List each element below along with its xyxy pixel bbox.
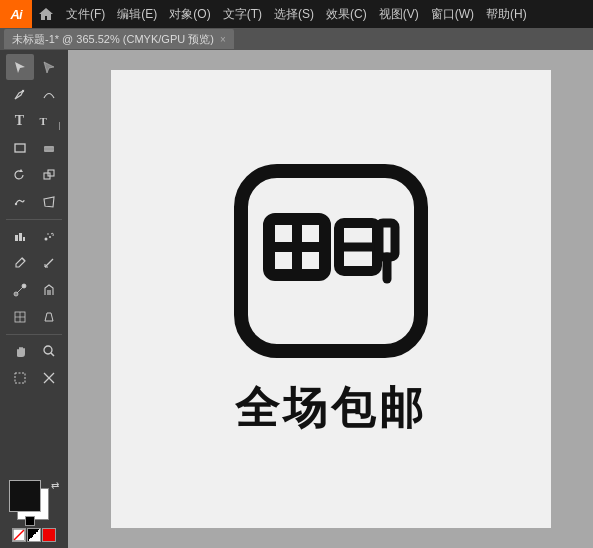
menu-item[interactable]: 对象(O) bbox=[163, 0, 216, 28]
measure-tool[interactable] bbox=[35, 250, 63, 276]
touch-type-tool[interactable]: T | bbox=[35, 108, 63, 134]
eraser-tool[interactable] bbox=[35, 135, 63, 161]
scale-tool[interactable] bbox=[35, 162, 63, 188]
tool-row-12 bbox=[6, 365, 63, 391]
svg-rect-10 bbox=[19, 233, 22, 241]
svg-marker-8 bbox=[44, 197, 54, 207]
default-colors-icon[interactable] bbox=[25, 516, 35, 526]
tool-row-4 bbox=[6, 135, 63, 161]
icon-label: 全场包邮 bbox=[235, 379, 427, 438]
svg-rect-9 bbox=[15, 235, 18, 241]
none-fill-swatch[interactable] bbox=[12, 528, 26, 542]
eyedropper-tool[interactable] bbox=[6, 250, 34, 276]
svg-rect-11 bbox=[23, 237, 25, 241]
home-icon-btn[interactable] bbox=[32, 0, 60, 28]
tool-row-7 bbox=[6, 223, 63, 249]
rectangle-tool[interactable] bbox=[6, 135, 34, 161]
menu-item[interactable]: 效果(C) bbox=[320, 0, 373, 28]
swatch-stack: ⇄ bbox=[9, 480, 59, 526]
menu-item[interactable]: 文字(T) bbox=[217, 0, 268, 28]
slice-tool[interactable] bbox=[35, 365, 63, 391]
tool-row-8 bbox=[6, 250, 63, 276]
tab-label: 未标题-1* @ 365.52% (CMYK/GPU 预览) bbox=[12, 32, 214, 47]
svg-rect-28 bbox=[15, 373, 25, 383]
black-swatch[interactable] bbox=[27, 528, 41, 542]
perspective-tool[interactable] bbox=[35, 304, 63, 330]
tool-row-9 bbox=[6, 277, 63, 303]
zoom-tool[interactable] bbox=[35, 338, 63, 364]
tool-row-10 bbox=[6, 304, 63, 330]
color-swatches: ⇄ bbox=[9, 480, 59, 548]
tab-close-button[interactable]: × bbox=[220, 34, 226, 45]
mesh-tool[interactable] bbox=[6, 304, 34, 330]
swap-colors-icon[interactable]: ⇄ bbox=[51, 480, 59, 491]
tool-row-6 bbox=[6, 189, 63, 215]
menu-bar: 文件(F)编辑(E)对象(O)文字(T)选择(S)效果(C)视图(V)窗口(W)… bbox=[60, 0, 593, 28]
svg-point-7 bbox=[14, 203, 16, 205]
svg-point-26 bbox=[44, 346, 52, 354]
menu-item[interactable]: 视图(V) bbox=[373, 0, 425, 28]
type-tool[interactable]: T bbox=[6, 108, 34, 134]
artboard-tool[interactable] bbox=[6, 365, 34, 391]
tool-row-11 bbox=[6, 338, 63, 364]
svg-rect-39 bbox=[379, 223, 395, 257]
menu-item[interactable]: 窗口(W) bbox=[425, 0, 480, 28]
postal-icon bbox=[231, 161, 431, 361]
small-swatches-row bbox=[12, 528, 56, 542]
menu-item[interactable]: 文件(F) bbox=[60, 0, 111, 28]
title-bar: Ai 文件(F)编辑(E)对象(O)文字(T)选择(S)效果(C)视图(V)窗口… bbox=[0, 0, 593, 28]
warp-tool[interactable] bbox=[6, 189, 34, 215]
live-paint-tool[interactable] bbox=[35, 277, 63, 303]
selection-tool[interactable] bbox=[6, 54, 34, 80]
tool-divider-2 bbox=[6, 334, 62, 335]
symbol-sprayer-tool[interactable] bbox=[35, 223, 63, 249]
foreground-color-swatch[interactable] bbox=[9, 480, 41, 512]
svg-line-15 bbox=[22, 258, 25, 261]
menu-item[interactable]: 帮助(H) bbox=[480, 0, 533, 28]
ai-logo[interactable]: Ai bbox=[0, 0, 32, 28]
column-graph-tool[interactable] bbox=[6, 223, 34, 249]
svg-line-27 bbox=[51, 353, 54, 356]
artboard: 全场包邮 bbox=[111, 70, 551, 528]
menu-item[interactable]: 编辑(E) bbox=[111, 0, 163, 28]
curvature-tool[interactable] bbox=[35, 81, 63, 107]
tab-bar: 未标题-1* @ 365.52% (CMYK/GPU 预览) × bbox=[0, 28, 593, 50]
blend-tool[interactable] bbox=[6, 277, 34, 303]
rotate-tool[interactable] bbox=[6, 162, 34, 188]
hand-tool[interactable] bbox=[6, 338, 34, 364]
tool-divider-1 bbox=[6, 219, 62, 220]
toolbar: T T | bbox=[0, 50, 68, 548]
tool-row-5 bbox=[6, 162, 63, 188]
svg-line-31 bbox=[14, 530, 24, 540]
svg-rect-21 bbox=[47, 290, 51, 295]
free-distort-tool[interactable] bbox=[35, 189, 63, 215]
canvas-area: 全场包邮 bbox=[68, 50, 593, 548]
svg-rect-1 bbox=[15, 144, 25, 152]
color-swatch[interactable] bbox=[42, 528, 56, 542]
tool-row-3: T T | bbox=[6, 108, 63, 134]
active-tab[interactable]: 未标题-1* @ 365.52% (CMYK/GPU 预览) × bbox=[4, 29, 234, 49]
svg-line-16 bbox=[45, 259, 53, 267]
svg-point-13 bbox=[49, 236, 51, 238]
menu-item[interactable]: 选择(S) bbox=[268, 0, 320, 28]
tool-row-2 bbox=[6, 81, 63, 107]
svg-marker-25 bbox=[45, 313, 53, 321]
pen-tool[interactable] bbox=[6, 81, 34, 107]
direct-select-tool[interactable] bbox=[35, 54, 63, 80]
svg-point-12 bbox=[44, 238, 47, 241]
main-area: T T | bbox=[0, 50, 593, 548]
svg-point-14 bbox=[47, 233, 49, 235]
svg-point-0 bbox=[21, 90, 23, 92]
tool-row-1 bbox=[6, 54, 63, 80]
